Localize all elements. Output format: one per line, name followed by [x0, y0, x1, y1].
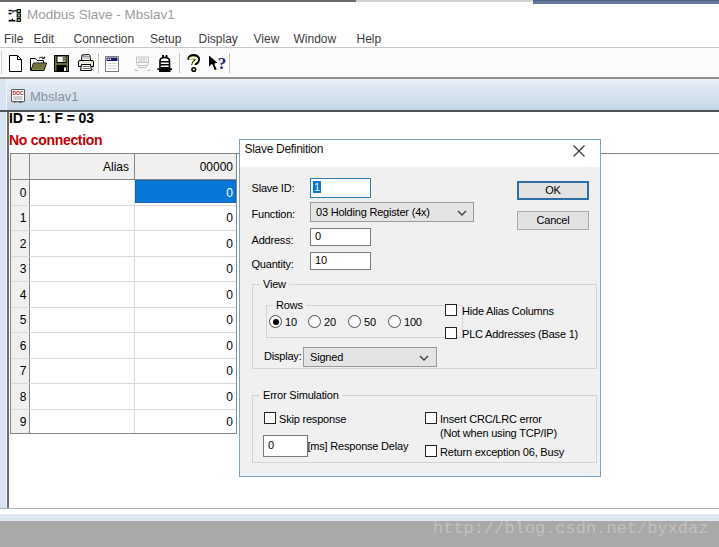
svg-text:DOC: DOC: [12, 90, 24, 96]
